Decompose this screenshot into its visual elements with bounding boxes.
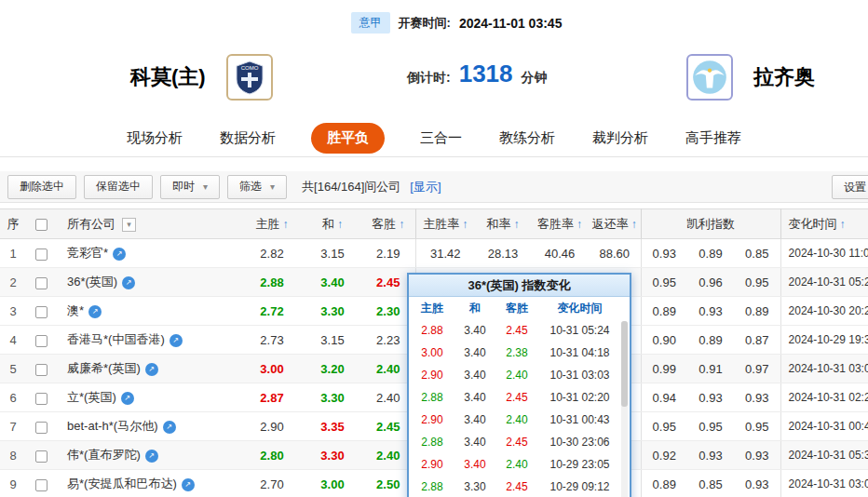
sort-asc-icon: ↑ [631,218,637,231]
odds-cell: 3.15 [304,326,361,355]
sort-asc-icon: ↑ [399,218,404,231]
row-checkbox-cell [26,441,56,470]
instant-dropdown[interactable]: 即时 ▾ [160,175,220,199]
company-name[interactable]: bet-at-h*(马尔他) [67,419,158,433]
row-checkbox[interactable] [35,248,47,261]
company-name[interactable]: 伟*(直布罗陀) [67,448,141,462]
popup-odds-value: 3.40 [455,386,495,409]
row-checkbox[interactable] [35,479,47,491]
row-checkbox[interactable] [35,422,47,434]
company-name[interactable]: 36*(英国) [67,275,117,289]
popup-row: 2.883.402.4510-31 05:24 [409,319,620,342]
row-index: 3 [0,297,26,326]
odds-cell: 3.30 [304,297,361,326]
row-checkbox[interactable] [35,364,47,376]
company-name[interactable]: 立*(英国) [67,390,116,404]
popup-header-row: 主胜 和 客胜 变化时间 [409,297,630,319]
odds-page: 意甲 开赛时间: 2024-11-01 03:45 科莫(主) COMO 倒计时… [0,0,868,497]
popup-odds-value: 3.00 [409,342,455,364]
col-company[interactable]: 所有公司 [67,217,115,231]
chevron-down-icon: ▾ [270,181,275,192]
kelly-cell: 0.95 [687,412,734,441]
home-team: 科莫(主) COMO [130,54,273,101]
col-draw-rate[interactable]: 和率↑ [475,209,531,239]
row-checkbox-cell [26,470,56,497]
odds-trend-icon[interactable]: ↗ [113,248,126,261]
col-draw-odds[interactable]: 和↑ [304,209,361,239]
kelly-cell: 0.93 [641,239,687,268]
col-return-rate[interactable]: 返还率↑ [589,209,641,239]
row-checkbox[interactable] [35,277,47,289]
select-all-checkbox[interactable] [35,219,47,231]
show-link[interactable]: [显示] [410,179,441,195]
odds-cell: 2.90 [240,412,304,441]
settings-button[interactable]: 设置 [832,175,868,199]
popup-odds-value: 3.40 [455,364,495,386]
odds-trend-icon[interactable]: ↗ [182,478,195,491]
row-checkbox[interactable] [35,450,47,463]
odds-trend-icon[interactable]: ↗ [145,363,158,376]
sort-asc-icon: ↑ [514,218,520,231]
kelly-cell: 0.96 [687,268,734,297]
odds-cell: 2.80 [240,441,304,470]
change-time-cell: 2024-10-31 00:43 [780,412,868,441]
company-name[interactable]: 香港马*(中国香港) [67,332,165,346]
filter-dropdown[interactable]: 筛选 ▾ [227,175,287,199]
home-team-logo: COMO [226,54,273,101]
company-name[interactable]: 澳* [67,303,84,317]
company-cell: bet-at-h*(马尔他)↗ [56,412,240,441]
nav-tab-3[interactable]: 胜平负 [311,123,385,154]
row-checkbox[interactable] [35,335,47,347]
company-name[interactable]: 竞彩官* [67,246,108,260]
company-name[interactable]: 威廉希*(英国) [67,361,141,375]
row-checkbox[interactable] [35,393,47,405]
popup-odds-value: 2.88 [409,476,455,497]
popup-odds-value: 2.90 [409,453,455,476]
nav-tabs: 现场分析数据分析胜平负三合一教练分析裁判分析高手推荐 [0,119,868,157]
col-home-odds[interactable]: 主胜↑ [240,209,304,239]
keep-selected-button[interactable]: 保留选中 [84,175,153,199]
col-home-rate[interactable]: 主胜率↑ [415,209,475,239]
odds-trend-icon[interactable]: ↗ [121,392,134,405]
countdown-label: 倒计时: [407,70,451,87]
popup-scrollbar-thumb[interactable] [621,321,628,407]
company-count-text: 共[164/164]间公司 [302,179,400,195]
change-time-cell: 2024-10-31 05:24 [780,268,868,297]
popup-row: 2.883.302.4510-29 09:12 [409,476,620,497]
nav-tab-4[interactable]: 三合一 [418,124,464,153]
nav-tab-1[interactable]: 现场分析 [125,124,184,153]
popup-change-time: 10-31 05:24 [539,319,620,342]
change-time-cell: 2024-10-31 03:09 [780,470,868,497]
popup-odds-value: 2.40 [495,409,539,431]
col-away-odds[interactable]: 客胜↑ [361,209,415,239]
popup-row: 3.003.402.3810-31 04:18 [409,342,620,364]
odds-trend-icon[interactable]: ↗ [88,305,102,318]
rate-cell: 28.13 [475,239,531,268]
kelly-cell: 0.93 [734,470,780,497]
popup-change-time: 10-31 03:03 [539,364,620,386]
nav-tab-7[interactable]: 高手推荐 [684,124,743,153]
popup-odds-value: 2.45 [495,319,539,342]
kelly-cell: 0.95 [734,412,780,441]
popup-odds-value: 2.88 [409,319,455,342]
row-index: 6 [0,383,26,412]
nav-tab-5[interactable]: 教练分析 [497,124,557,153]
popup-scrollbar[interactable] [621,321,628,497]
popup-odds-value: 2.38 [495,342,539,364]
col-away-rate[interactable]: 客胜率↑ [531,209,589,239]
company-filter-dropdown-icon[interactable]: ▾ [122,218,136,232]
col-change-time[interactable]: 变化时间↑ [780,209,868,239]
odds-trend-icon[interactable]: ↗ [145,450,158,463]
kelly-cell: 0.93 [734,441,780,470]
league-badge: 意甲 [351,12,390,34]
odds-trend-icon[interactable]: ↗ [163,421,176,434]
delete-selected-button[interactable]: 删除选中 [7,175,76,199]
nav-tab-2[interactable]: 数据分析 [218,124,278,153]
odds-trend-icon[interactable]: ↗ [170,334,183,347]
popup-row: 2.883.402.4510-31 02:20 [409,386,620,409]
odds-cell: 3.40 [304,268,361,297]
row-checkbox[interactable] [35,306,47,318]
company-name[interactable]: 易*(安提瓜和巴布达) [67,477,177,490]
nav-tab-6[interactable]: 裁判分析 [590,124,650,153]
odds-trend-icon[interactable]: ↗ [122,276,135,289]
